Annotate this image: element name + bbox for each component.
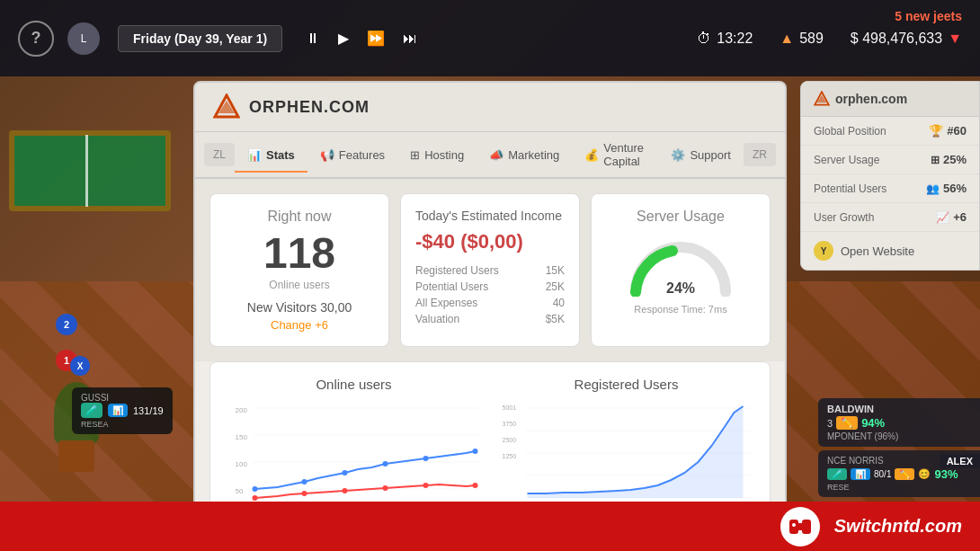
modal-title: ORPHEN.COM [249, 98, 370, 117]
svg-point-54 [792, 523, 796, 527]
switchntd-text: Switchntd.com [834, 516, 962, 537]
svg-marker-39 [528, 406, 744, 498]
income-title: Today's Estimated Income [415, 209, 565, 223]
badge-2-circle: 2 [56, 314, 77, 335]
registered-users-row: Registered Users 15K [415, 264, 565, 277]
potential-users-pct: 56% [943, 182, 967, 195]
svg-text:150: 150 [236, 433, 248, 441]
change-value: Change +6 [225, 318, 374, 332]
gauge-percent: 24% [666, 280, 695, 297]
svg-point-10 [253, 486, 258, 492]
server-usage-title: Server Usage [606, 209, 755, 225]
user-growth-number: +6 [953, 210, 967, 224]
user-growth-row: User Growth 📈 +6 [801, 203, 979, 232]
date-text: Friday (Day 39, Year 1) [133, 31, 267, 46]
gussi-sub: RESEA [81, 420, 164, 429]
svg-point-16 [253, 495, 258, 501]
svg-text:200: 200 [236, 406, 248, 414]
clock-icon: ⏱ [697, 31, 711, 47]
alex-name-label: ALEX [940, 454, 980, 468]
baldwin-edit-icon: ✏️ [836, 416, 858, 430]
pot-users-label: Potential Users [415, 280, 488, 293]
baldwin-stat: 3 [827, 418, 833, 429]
tab-marketing[interactable]: 📣 Marketing [477, 139, 572, 173]
svg-rect-53 [797, 523, 804, 530]
response-time: Response Time: 7ms [606, 304, 755, 315]
tab-features-label: Features [339, 148, 385, 162]
baldwin-component: MPONENT (96%) [827, 431, 971, 441]
alex-chart-icon: 📊 [851, 468, 870, 480]
tab-support-label: Support [690, 148, 731, 162]
tab-nav-right[interactable]: ZR [744, 143, 776, 166]
right-now-label: Right now [225, 209, 374, 225]
alex-face-icon: 😊 [918, 468, 931, 480]
global-position-value: 🏆 #60 [929, 124, 967, 138]
potential-users-panel-label: Potential Users [814, 182, 886, 195]
svg-text:100: 100 [236, 460, 248, 468]
tab-nav-left[interactable]: ZL [204, 143, 235, 166]
top-bar: ? L Friday (Day 39, Year 1) ⏸ ▶ ⏩ ⏭ ⏱ 13… [0, 0, 980, 76]
pause-button[interactable]: ⏸ [300, 27, 325, 50]
svg-text:2500: 2500 [503, 437, 517, 443]
employee-card-baldwin: BALDWIN 3 ✏️ 94% MPONENT (96%) [818, 398, 980, 447]
reg-users-label: Registered Users [415, 264, 499, 277]
money-arrow-icon: ▼ [948, 31, 962, 47]
potential-users-panel-value: 👥 56% [926, 182, 967, 195]
open-website-label: Open Website [841, 244, 914, 258]
tab-stats-label: Stats [266, 148, 295, 162]
valuation-value: $5K [546, 313, 565, 325]
growth-chart-icon: 📈 [936, 211, 949, 224]
online-users-value: 118 [225, 232, 374, 275]
fastest-button[interactable]: ⏭ [397, 27, 423, 50]
money-display: $ 498,476,633 ▼ [851, 31, 962, 47]
online-stats-card: Right now 118 Online users New Visitors … [209, 193, 389, 347]
server-gauge: 24% [627, 234, 735, 297]
svg-point-20 [423, 483, 429, 488]
potential-users-row: Potential Users 25K [415, 280, 565, 293]
playback-controls: ⏸ ▶ ⏩ ⏭ [300, 26, 423, 50]
baldwin-quality: 94% [861, 416, 885, 430]
tab-support[interactable]: ⚙️ Support [658, 139, 744, 173]
gussi-employee-card: GUSSI 🧪 📊 131/19 RESEA [72, 387, 173, 434]
tab-venture[interactable]: 💰 Venture Capital [572, 132, 658, 179]
online-users-label: Online users [225, 279, 374, 291]
marketing-icon: 📣 [489, 148, 503, 162]
avatar: L [67, 22, 100, 55]
open-website-button[interactable]: Y Open Website [801, 232, 979, 270]
clock-area: ⏱ 13:22 ▲ 589 $ 498,476,633 ▼ [697, 31, 962, 47]
clock: ⏱ 13:22 [697, 31, 753, 47]
svg-text:5001: 5001 [503, 404, 517, 411]
tab-hosting-label: Hosting [424, 148, 464, 162]
switch-logo-icon [788, 514, 813, 539]
modal-body: Right now 118 Online users New Visitors … [195, 179, 785, 361]
alex-quality: 93% [934, 467, 958, 481]
user-growth-value: 📈 +6 [936, 210, 967, 224]
money-value: $ 498,476,633 [851, 31, 942, 47]
reg-users-value: 15K [546, 264, 565, 277]
tab-features[interactable]: 📢 Features [307, 139, 397, 173]
orphen-logo-icon [213, 93, 240, 120]
valuation-label: Valuation [415, 313, 459, 325]
employee-cards: BALDWIN 3 ✏️ 94% MPONENT (96%) NCE NORRI… [818, 398, 980, 497]
svg-point-14 [423, 456, 429, 461]
gussi-flask-icon: 🧪 [81, 403, 102, 418]
fast-forward-button[interactable]: ⏩ [361, 26, 390, 50]
date-display: Friday (Day 39, Year 1) [118, 25, 282, 52]
pop-value: 589 [799, 31, 824, 47]
tab-hosting[interactable]: ⊞ Hosting [397, 139, 477, 173]
svg-point-13 [383, 461, 388, 467]
tab-stats[interactable]: 📊 Stats [235, 139, 307, 173]
x-left-button[interactable]: X [70, 356, 90, 376]
potential-users-row: Potential Users 👥 56% [801, 174, 979, 203]
server-usage-panel-value: ⊞ 25% [931, 153, 967, 166]
svg-point-17 [302, 491, 307, 496]
expenses-row: All Expenses 40 [415, 297, 565, 309]
help-button[interactable]: ? [18, 21, 54, 57]
right-panel-header: orphen.com [801, 82, 979, 117]
play-button[interactable]: ▶ [333, 26, 354, 50]
population-count: ▲ 589 [780, 31, 824, 47]
tab-venture-label: Venture Capital [603, 141, 646, 168]
expenses-value: 40 [553, 297, 565, 309]
online-users-chart-title: Online users [225, 377, 483, 392]
venture-icon: 💰 [584, 148, 599, 162]
